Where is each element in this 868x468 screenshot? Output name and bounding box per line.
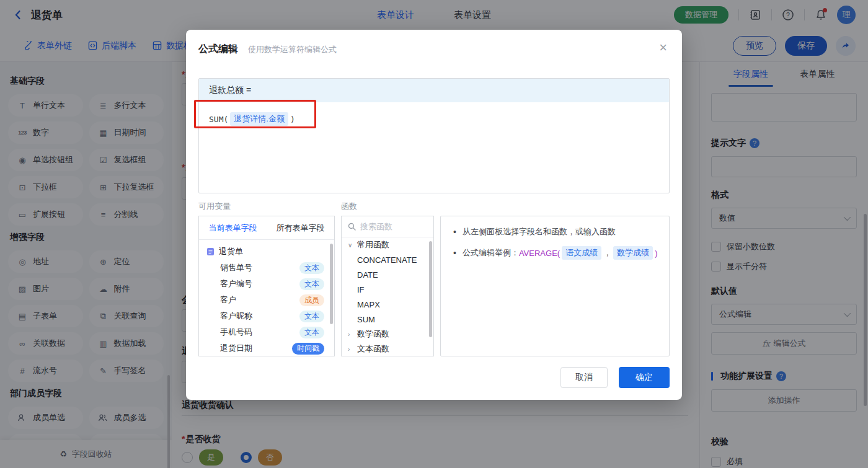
function-item[interactable]: SUM bbox=[342, 312, 433, 327]
function-item[interactable]: DATE bbox=[342, 267, 433, 282]
function-group-common[interactable]: ∨常用函数 bbox=[342, 237, 433, 252]
function-group-text[interactable]: ›文本函数 bbox=[342, 342, 433, 356]
variable-row[interactable]: 销售单号文本 bbox=[206, 260, 328, 276]
variables-panel: 当前表单字段 所有表单字段 退货单 销售单号文本 客户编号文本 客户成员 客户昵… bbox=[198, 216, 335, 356]
function-item[interactable]: CONCATENATE bbox=[342, 252, 433, 267]
type-badge: 文本 bbox=[299, 278, 324, 290]
chevron-right-icon: › bbox=[348, 346, 354, 353]
formula-field-chip[interactable]: 退货详情.金额 bbox=[230, 112, 288, 126]
tree-root-form[interactable]: 退货单 bbox=[206, 244, 328, 260]
type-badge: 文本 bbox=[299, 262, 324, 274]
formula-paren-close: ) bbox=[290, 115, 295, 124]
functions-scrollbar[interactable] bbox=[429, 241, 432, 337]
example-paren-close: ) bbox=[655, 249, 657, 258]
function-item[interactable]: MAPX bbox=[342, 297, 433, 312]
variable-row[interactable]: 手机号码文本 bbox=[206, 324, 328, 340]
variables-scrollbar[interactable] bbox=[330, 244, 333, 324]
function-item[interactable]: IF bbox=[342, 282, 433, 297]
formula-edit-modal: 公式编辑 使用数学运算符编辑公式 × 退款总额 = SUM( 退货详情.金额 )… bbox=[186, 30, 682, 400]
variable-row[interactable]: 客户昵称文本 bbox=[206, 308, 328, 324]
variable-row[interactable]: 退货日期时间戳 bbox=[206, 340, 328, 356]
formula-editor[interactable]: 退款总额 = SUM( 退货详情.金额 ) bbox=[198, 78, 670, 193]
variable-row[interactable]: 客户编号文本 bbox=[206, 276, 328, 292]
chevron-right-icon: › bbox=[348, 331, 354, 338]
formula-function-open: SUM( bbox=[209, 115, 228, 124]
modal-title: 公式编辑 bbox=[198, 43, 238, 56]
help-line-1: 从左侧面板选择字段名和函数，或输入函数 bbox=[453, 226, 663, 237]
example-function-open: AVERAGE( bbox=[519, 249, 560, 258]
help-panel: 从左侧面板选择字段名和函数，或输入函数 公式编辑举例： AVERAGE( 语文成… bbox=[440, 216, 670, 356]
type-badge: 文本 bbox=[299, 311, 324, 322]
type-badge: 文本 bbox=[299, 327, 324, 338]
function-search[interactable] bbox=[342, 216, 433, 237]
confirm-button[interactable]: 确定 bbox=[619, 367, 670, 388]
close-icon[interactable]: × bbox=[659, 41, 667, 55]
help-line-2: 公式编辑举例： AVERAGE( 语文成绩 ， 数学成绩 ) bbox=[453, 246, 663, 260]
tab-all-form-fields[interactable]: 所有表单字段 bbox=[267, 216, 334, 239]
example-chip-2: 数学成绩 bbox=[613, 246, 653, 260]
modal-subtitle: 使用数学运算符编辑公式 bbox=[248, 44, 337, 55]
tab-current-form-fields[interactable]: 当前表单字段 bbox=[199, 216, 267, 239]
functions-panel: ∨常用函数 CONCATENATE DATE IF MAPX SUM ›数学函数… bbox=[341, 216, 434, 356]
type-badge: 时间戳 bbox=[292, 343, 324, 355]
cancel-button[interactable]: 取消 bbox=[560, 367, 608, 388]
chevron-down-icon: ∨ bbox=[348, 242, 354, 249]
variables-label: 可用变量 bbox=[198, 201, 231, 212]
formula-target: 退款总额 = bbox=[199, 79, 669, 102]
example-chip-1: 语文成绩 bbox=[562, 246, 601, 260]
document-icon bbox=[206, 247, 215, 256]
functions-label: 函数 bbox=[341, 201, 357, 212]
function-group-math[interactable]: ›数学函数 bbox=[342, 327, 433, 342]
app-window: 退货单 表单设计 表单设置 数据管理 ? 理 表单 bbox=[0, 0, 868, 468]
variable-row[interactable]: 客户成员 bbox=[206, 292, 328, 308]
search-icon bbox=[348, 223, 356, 231]
function-search-input[interactable] bbox=[360, 222, 422, 231]
type-badge: 成员 bbox=[299, 294, 324, 306]
